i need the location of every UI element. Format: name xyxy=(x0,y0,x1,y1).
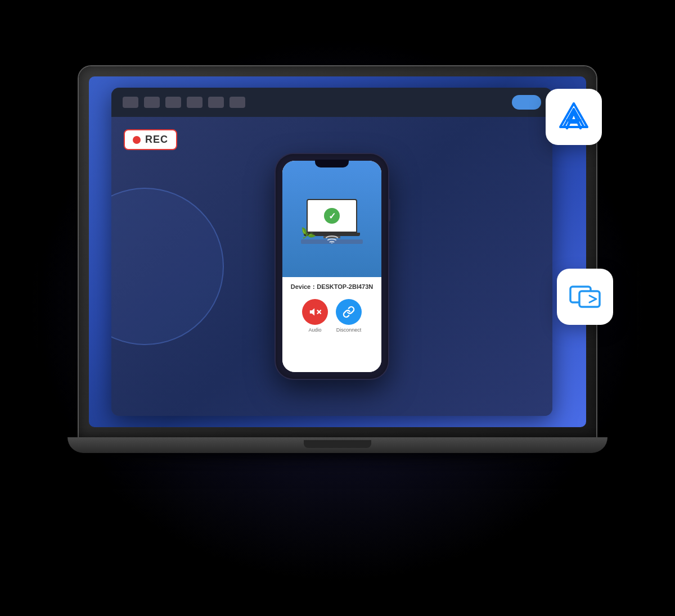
scene: REC xyxy=(28,33,647,583)
phone-mockup: 🌿 ✓ xyxy=(276,154,388,379)
phone-side-button xyxy=(388,199,390,221)
rec-badge: REC xyxy=(124,129,177,150)
laptop-notch xyxy=(304,440,371,448)
illustration-screen: ✓ xyxy=(307,199,357,233)
disconnect-label: Disconnect xyxy=(336,327,362,333)
laptop-screen: REC xyxy=(89,76,586,427)
app-store-icon xyxy=(556,99,592,135)
app-window: REC xyxy=(111,88,552,416)
toolbar-btn-2 xyxy=(144,97,160,108)
check-icon: ✓ xyxy=(324,208,340,224)
audio-mute-icon xyxy=(309,306,321,318)
window-titlebar xyxy=(111,88,552,117)
svg-point-4 xyxy=(331,243,333,244)
window-toggle[interactable] xyxy=(512,95,541,110)
audio-button-circle[interactable] xyxy=(302,299,328,325)
phone-notch xyxy=(315,160,349,167)
phone-action-buttons: Audio xyxy=(302,299,362,333)
mirror-badge xyxy=(557,269,613,325)
device-name-label: Device：DESKTOP-2BI473N xyxy=(291,283,374,291)
phone-top-section: 🌿 ✓ xyxy=(282,161,381,277)
rec-dot xyxy=(133,136,141,144)
bg-circle-decoration xyxy=(111,188,224,345)
audio-label: Audio xyxy=(308,327,321,333)
app-store-badge xyxy=(546,89,602,145)
phone-bottom-section: Device：DESKTOP-2BI473N xyxy=(282,277,381,372)
toolbar-btn-3 xyxy=(165,97,181,108)
laptop: REC xyxy=(79,66,596,550)
audio-button-container[interactable]: Audio xyxy=(302,299,328,333)
laptop-illustration: 🌿 ✓ xyxy=(295,199,368,250)
toolbar-btn-5 xyxy=(208,97,224,108)
laptop-base xyxy=(68,437,608,453)
window-content: REC xyxy=(111,117,552,416)
phone-screen: 🌿 ✓ xyxy=(282,161,381,372)
disconnect-button-circle[interactable] xyxy=(336,299,362,325)
rec-label: REC xyxy=(145,134,168,146)
toolbar-btn-1 xyxy=(123,97,138,108)
laptop-bezel: REC xyxy=(79,66,596,437)
disconnect-icon xyxy=(343,306,355,318)
mirror-icon xyxy=(567,279,603,315)
wifi-icon xyxy=(325,234,339,245)
toolbar-btn-6 xyxy=(230,97,245,108)
disconnect-button-container[interactable]: Disconnect xyxy=(336,299,362,333)
toolbar-btn-4 xyxy=(187,97,202,108)
